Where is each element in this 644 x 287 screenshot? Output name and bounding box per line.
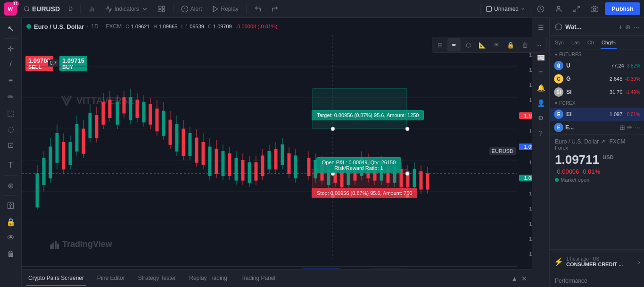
channel-tool[interactable]: ≡ xyxy=(3,73,18,88)
svg-line-17 xyxy=(574,9,576,12)
close-value: C 1.09709 xyxy=(208,24,232,29)
chart-exchange: FXCM xyxy=(106,23,122,30)
watchlist-settings-icon[interactable]: ⊕ xyxy=(625,23,631,31)
bottom-tabs: Crypto Pairs Screener Pine Editor Strate… xyxy=(22,269,532,287)
svg-point-153 xyxy=(405,127,409,131)
person-icon-btn[interactable]: 👤 xyxy=(534,96,547,110)
expand-button[interactable] xyxy=(569,2,584,16)
tab-chgpct[interactable]: Chg% xyxy=(601,37,617,49)
forex-section-header: ▾ FOREX xyxy=(550,99,644,108)
btab-replay[interactable]: Replay Trading xyxy=(187,271,229,286)
symbol-name: EURUSD xyxy=(32,5,60,13)
indicators-icon xyxy=(105,5,113,13)
layout-button[interactable] xyxy=(154,2,169,16)
watchlist-more-icon[interactable]: ··· xyxy=(634,23,639,31)
lock-tool[interactable]: 🔒 xyxy=(3,214,18,229)
fd-link-icon[interactable]: ↗ xyxy=(601,138,605,145)
tab-syn[interactable]: Syn xyxy=(554,37,565,49)
pattern-tool[interactable]: ⬚ xyxy=(3,105,18,120)
market-open-dot xyxy=(555,178,559,182)
list-icon-btn[interactable]: ≡ xyxy=(534,66,547,79)
forex-detail: Euro / U.S. Dollar ↗ FXCM Forex 1.09711 … xyxy=(550,134,644,249)
replay-button[interactable]: Replay xyxy=(208,2,242,16)
help-icon-btn[interactable]: ? xyxy=(534,127,547,140)
tab-las[interactable]: Las xyxy=(570,37,581,49)
eurusd-price-tag: EURUSD xyxy=(489,147,516,155)
performance-tab[interactable]: Performance xyxy=(550,274,644,287)
app-logo[interactable]: W 11 xyxy=(4,2,17,16)
lock2-btn[interactable]: 🔒 xyxy=(504,38,517,51)
watchlist-item-e2[interactable]: E E... ⊞ ✏ ··· xyxy=(550,121,644,134)
fd-category: Forex xyxy=(555,145,639,151)
watchlist-item-si[interactable]: Si SI 31.70 -1.49% xyxy=(550,85,644,99)
measure-tool[interactable]: ⊡ xyxy=(3,137,18,152)
person-icon xyxy=(555,5,562,13)
tab-ch[interactable]: Ch xyxy=(586,37,595,49)
watchlist-dot-icon xyxy=(555,23,562,31)
compare-button[interactable] xyxy=(84,2,99,16)
forex-chevron[interactable]: ▾ xyxy=(555,101,557,106)
change-value: -0.00008 (-0.01%) xyxy=(236,24,278,29)
btab-strategy[interactable]: Strategy Tester xyxy=(136,271,178,286)
btab-crypto[interactable]: Crypto Pairs Screener xyxy=(26,271,86,286)
person-button[interactable] xyxy=(551,2,566,16)
settings-icon-btn[interactable]: ⚙ xyxy=(534,111,547,125)
logo-badge: 11 xyxy=(12,0,19,7)
zoom-tool[interactable]: ⊕ xyxy=(3,178,18,193)
crosshair-tool[interactable]: ✛ xyxy=(3,41,18,56)
eye-tool[interactable]: 👁 xyxy=(3,230,18,245)
trash-tool[interactable]: 🗑 xyxy=(3,246,18,262)
separator-3 xyxy=(246,4,247,14)
btab-up-icon[interactable]: ▲ xyxy=(511,275,518,282)
item-eu-name: EI xyxy=(566,111,607,118)
news-lightning-icon: ⚡ xyxy=(554,257,563,266)
btab-panel[interactable]: Trading Panel xyxy=(239,271,277,286)
replay-icon xyxy=(212,5,219,13)
item-g-icon: G xyxy=(554,74,563,84)
symbol-selector[interactable]: EURUSD xyxy=(21,3,63,15)
redo-button[interactable] xyxy=(267,2,282,16)
camera-button[interactable] xyxy=(587,2,602,16)
watchlist-item-eurusd-selected[interactable]: E EI 1.097 -0.01% xyxy=(550,108,644,121)
item-e2-more-icon[interactable]: ··· xyxy=(635,124,640,131)
bell-icon-btn[interactable]: 🔔 xyxy=(534,81,547,94)
timeframe-button[interactable]: D xyxy=(65,2,76,16)
eye2-btn[interactable]: 👁 xyxy=(490,38,503,51)
forex-label: FOREX xyxy=(559,101,575,106)
news-ticker[interactable]: ⚡ 1 hour ago · US CONSUMER CREDIT ... › xyxy=(550,249,644,274)
trend-line-tool[interactable]: / xyxy=(3,57,18,72)
unnamed-button[interactable]: Unnamed xyxy=(480,3,530,15)
item-e2-edit-icon[interactable]: ✏ xyxy=(627,124,633,131)
futures-section-header: ▾ FUTURES xyxy=(550,50,644,59)
watchlist-item-g[interactable]: G G 2,645 -0.39% xyxy=(550,72,644,85)
fib-tool[interactable]: ◌ xyxy=(3,121,18,136)
undo-button[interactable] xyxy=(250,2,265,16)
cursor-tool[interactable]: ↖ xyxy=(3,21,18,36)
magnet-tool[interactable]: ⚿ xyxy=(3,198,18,213)
watchlist-item-u[interactable]: 🛢 U 77.24 3.82% xyxy=(550,59,644,72)
add-watchlist-icon[interactable]: + xyxy=(619,23,622,31)
brush-tool[interactable]: ✏ xyxy=(3,89,18,104)
select-tool-btn[interactable]: ⊞ xyxy=(433,38,446,51)
futures-chevron[interactable]: ▾ xyxy=(555,52,557,57)
clock-button[interactable] xyxy=(533,2,548,16)
lt-sep-2 xyxy=(4,155,17,155)
clock-icon xyxy=(537,5,545,13)
indicators-button[interactable]: Indicators xyxy=(101,2,152,16)
svg-point-15 xyxy=(557,6,560,8)
btab-close-icon[interactable]: ✕ xyxy=(521,275,527,282)
brush-draw-btn[interactable]: ⬡ xyxy=(462,38,475,51)
btab-pine[interactable]: Pine Editor xyxy=(95,271,127,286)
stop-annotation: Stop: 0.00956 (0.87%) 95.6, Amount: 750 xyxy=(312,188,417,198)
ruler-btn[interactable]: 📐 xyxy=(476,38,489,51)
pen-tool-btn[interactable]: ✒ xyxy=(447,38,461,51)
text-tool[interactable]: T xyxy=(3,158,18,173)
alert-button[interactable]: Alert xyxy=(177,2,206,16)
trash2-btn[interactable]: 🗑 xyxy=(518,38,531,51)
publish-button[interactable]: Publish xyxy=(605,2,640,15)
svg-line-16 xyxy=(577,6,579,8)
item-e2-grid-icon[interactable]: ⊞ xyxy=(619,124,625,131)
news-content: 1 hour ago · US CONSUMER CREDIT ... xyxy=(566,256,635,267)
more-btn[interactable]: ··· xyxy=(532,38,545,51)
news-icon-btn[interactable]: 📰 xyxy=(534,51,547,64)
